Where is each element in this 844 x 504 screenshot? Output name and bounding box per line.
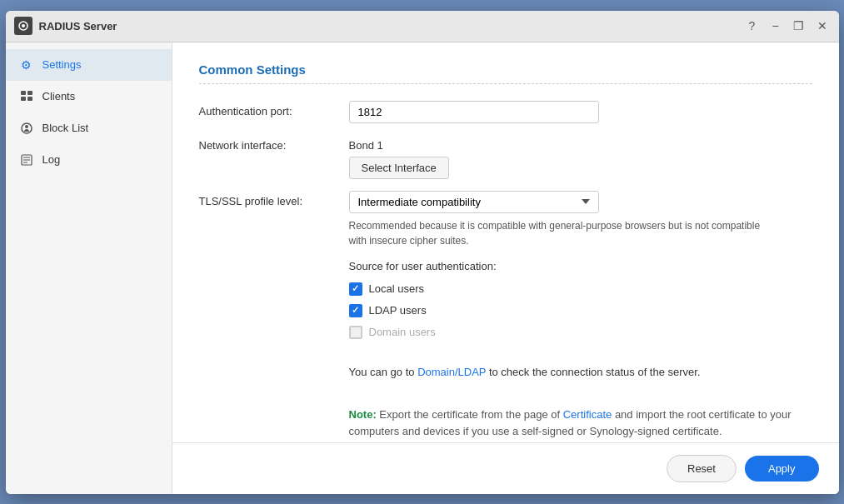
- note-prefix: Export the certificate from the page of: [377, 408, 563, 421]
- info-row: You can go to Domain/LDAP to check the c…: [199, 359, 812, 392]
- content-area: ⚙ Settings Clients: [6, 42, 839, 494]
- info-prefix: You can go to: [349, 366, 418, 378]
- svg-rect-3: [21, 91, 26, 95]
- sidebar-label-block-list: Block List: [42, 122, 89, 134]
- info-text: You can go to Domain/LDAP to check the c…: [349, 366, 812, 378]
- network-interface-field: Bond 1 Select Interface: [349, 135, 812, 179]
- svg-point-8: [25, 125, 28, 128]
- help-button[interactable]: ?: [744, 17, 761, 34]
- footer: Reset Apply: [172, 442, 839, 494]
- svg-rect-6: [27, 97, 32, 101]
- certificate-link[interactable]: Certificate: [563, 408, 612, 421]
- block-list-icon: [19, 121, 34, 136]
- tls-label: TLS/SSL profile level:: [199, 191, 349, 207]
- sidebar-label-settings: Settings: [42, 58, 82, 71]
- note-text: Note: Export the certificate from the pa…: [349, 407, 812, 442]
- local-users-checkbox[interactable]: [349, 282, 362, 296]
- auth-port-row: Authentication port:: [199, 101, 812, 123]
- apply-button[interactable]: Apply: [745, 456, 819, 482]
- domain-users-row: Domain users: [349, 326, 812, 339]
- note-spacer: [199, 403, 349, 407]
- source-label: [199, 260, 349, 264]
- main-window: RADIUS Server ? − ❐ ✕ ⚙ Settings: [6, 11, 839, 494]
- info-spacer: [199, 359, 349, 363]
- titlebar: RADIUS Server ? − ❐ ✕: [6, 11, 839, 42]
- domain-users-label: Domain users: [369, 326, 436, 338]
- reset-button[interactable]: Reset: [667, 455, 737, 482]
- sidebar-label-log: Log: [42, 153, 61, 166]
- app-icon: [14, 17, 32, 35]
- sidebar-item-log[interactable]: Log: [6, 144, 172, 176]
- clients-icon: [19, 89, 34, 104]
- window-controls: ? − ❐ ✕: [744, 17, 831, 34]
- local-users-label: Local users: [369, 282, 424, 295]
- info-suffix: to check the connection status of the se…: [486, 366, 700, 378]
- ldap-users-row: LDAP users: [349, 304, 812, 317]
- window-title: RADIUS Server: [39, 20, 744, 32]
- svg-rect-4: [27, 91, 32, 95]
- tls-field: Intermediate compatibility Modern compat…: [349, 191, 812, 248]
- tls-select-wrapper: Intermediate compatibility Modern compat…: [349, 191, 599, 213]
- network-interface-row: Network interface: Bond 1 Select Interfa…: [199, 135, 812, 179]
- source-auth-row: Source for user authentication: Local us…: [199, 260, 812, 347]
- note-field: Note: Export the certificate from the pa…: [349, 403, 812, 442]
- svg-rect-5: [21, 97, 26, 101]
- source-heading: Source for user authentication:: [349, 260, 812, 272]
- auth-port-input[interactable]: [349, 101, 599, 123]
- restore-button[interactable]: ❐: [791, 17, 807, 34]
- local-users-row: Local users: [349, 282, 812, 296]
- sidebar-item-settings[interactable]: ⚙ Settings: [6, 49, 172, 81]
- close-button[interactable]: ✕: [814, 17, 831, 34]
- sidebar-label-clients: Clients: [42, 90, 76, 102]
- sidebar-item-block-list[interactable]: Block List: [6, 112, 172, 144]
- network-interface-label: Network interface:: [199, 135, 349, 152]
- tls-row: TLS/SSL profile level: Intermediate comp…: [199, 191, 812, 248]
- domain-users-checkbox[interactable]: [349, 326, 362, 339]
- sidebar-item-clients[interactable]: Clients: [6, 81, 172, 112]
- select-interface-button[interactable]: Select Interface: [349, 157, 449, 179]
- auth-port-field: [349, 101, 812, 123]
- settings-icon: ⚙: [19, 57, 34, 72]
- domain-ldap-link[interactable]: Domain/LDAP: [417, 366, 486, 378]
- ldap-users-label: LDAP users: [369, 304, 427, 317]
- ldap-users-checkbox[interactable]: [349, 304, 362, 317]
- sidebar: ⚙ Settings Clients: [6, 42, 172, 494]
- section-title: Common Settings: [199, 62, 812, 84]
- auth-port-label: Authentication port:: [199, 101, 349, 117]
- svg-point-2: [22, 24, 25, 27]
- note-row: Note: Export the certificate from the pa…: [199, 403, 812, 442]
- tls-dropdown[interactable]: Intermediate compatibility Modern compat…: [349, 191, 599, 213]
- source-field: Source for user authentication: Local us…: [349, 260, 812, 347]
- network-interface-value: Bond 1: [349, 135, 812, 152]
- note-label: Note:: [349, 408, 377, 421]
- info-field: You can go to Domain/LDAP to check the c…: [349, 359, 812, 392]
- minimize-button[interactable]: −: [767, 17, 784, 34]
- main-panel: Common Settings Authentication port: Net…: [172, 42, 839, 494]
- log-icon: [19, 152, 34, 167]
- tls-hint: Recommended because it is compatible wit…: [349, 218, 766, 248]
- settings-content: Common Settings Authentication port: Net…: [172, 42, 839, 442]
